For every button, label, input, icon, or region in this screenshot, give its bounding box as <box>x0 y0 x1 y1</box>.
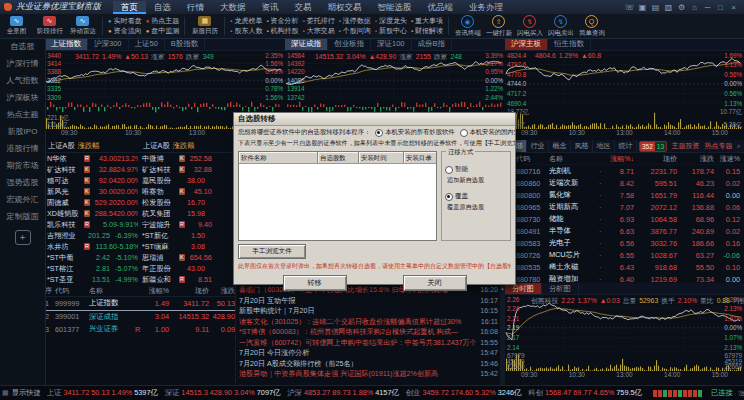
table-row[interactable]: 3601377兴业证券R1.009.110.09 <box>45 323 235 336</box>
table-row[interactable]: 1999999上证指数1.493411.7250.13 <box>45 297 235 311</box>
sidebar-item-强势选股[interactable]: 强势选股 <box>0 174 45 191</box>
tab-B股指数[interactable]: B股指数 <box>165 38 206 50</box>
news-item[interactable]: 一汽富维（600742）可转债网上申购中签结果出炉：中签号共381.2437万个… <box>237 338 505 349</box>
list-item[interactable]: 吉翔澄业201.25-6.39% <box>45 230 140 241</box>
table-row[interactable]: 1880716光刻机·8.712231.70178.740.15 <box>505 165 744 177</box>
toolbar-button-闪电卖出[interactable]: ↯闪电卖出 <box>545 15 576 38</box>
col-header[interactable]: 名称 <box>89 286 135 296</box>
toolbar-button-深度龙头[interactable]: ▪深度龙头 <box>375 16 407 26</box>
table-row[interactable]: 2880860近端次新·8.42595.5146.230.02 <box>505 177 744 189</box>
sidebar-item-自选股[interactable]: 自选股 <box>0 38 45 55</box>
status-index-深证[interactable]: 深证14515.3428.903.04%7097亿 <box>165 388 283 398</box>
nav-item-大数据[interactable]: 大数据 <box>212 1 254 14</box>
list-item[interactable]: N华依R43.00213.2% <box>45 153 140 164</box>
dialog-col-软件名称[interactable]: 软件名称 <box>239 152 318 163</box>
col-header[interactable]: 序 <box>45 286 55 296</box>
dialog-col-自选股数[interactable]: 自选股数 <box>318 152 359 163</box>
sidebar-item-定制版面[interactable]: 定制版面 <box>0 208 45 225</box>
minimize-icon[interactable]: ─ <box>701 3 714 12</box>
tab-沪深主板[interactable]: 沪深主板 <box>505 38 548 50</box>
nav-item-自选[interactable]: 自选 <box>146 1 179 14</box>
close-dialog-button[interactable]: 关闭 <box>403 275 467 291</box>
list-item[interactable]: 凯乐科技R5.09-9.91% <box>45 219 140 230</box>
multiscreen-icon[interactable]: ▧ <box>662 3 675 12</box>
sidebar-item-港股行情[interactable]: 港股行情 <box>0 140 45 157</box>
toolbar-button-龙虎榜单[interactable]: ▪龙虎榜单 <box>230 16 262 26</box>
sidebar-item-沪深板块[interactable]: 沪深板块 <box>0 89 45 106</box>
tab-分析图[interactable]: 分析图 <box>542 283 579 294</box>
toolbar-button-盘中监测[interactable]: ●盘中监测 <box>146 26 180 36</box>
col-header[interactable]: 代码 <box>55 286 89 296</box>
toolbar-button-涨停数据[interactable]: ▪涨停数据 <box>339 16 371 26</box>
table-row[interactable]: 3880800氮化镓·7.581651.79116.440.00 <box>505 189 744 201</box>
radio-known-label[interactable]: 本机安装的国内知名炒股软件 <box>470 128 516 137</box>
col-header[interactable]: 现价 <box>634 154 677 164</box>
search-icon[interactable]: ⌕ <box>737 142 741 150</box>
sidebar-item-人气指数[interactable]: 人气指数 <box>0 72 45 89</box>
link-主题投资[interactable]: 主题投资 <box>672 141 700 151</box>
toolbar-button-阶段排行[interactable]: ∿阶段排行 <box>33 16 66 36</box>
list-item[interactable]: 思瑞浦K654.56 <box>140 252 235 263</box>
list-item[interactable]: 矿达科技K32.88 <box>140 164 235 175</box>
tab-创业板指[interactable]: 创业板指 <box>328 38 371 50</box>
toolbar-button-资金流向[interactable]: ●资金流向 <box>108 26 142 36</box>
settings-icon[interactable]: ⚙ <box>675 3 688 12</box>
sidebar-item-期货市场[interactable]: 期货市场 <box>0 157 45 174</box>
tab-成份B指[interactable]: 成份B指 <box>412 38 453 50</box>
radio-all-label[interactable]: 本机安装的所有炒股软件 <box>385 128 454 137</box>
radio-smart[interactable] <box>445 166 453 174</box>
tab-恒生指数[interactable]: 恒生指数 <box>548 38 591 50</box>
news-item[interactable]: *ST博信（600083）：杭州首信网络科技采购2台模块式起重机 构成—16:0… <box>237 327 505 338</box>
tab-深证成指[interactable]: 深证成指 <box>285 38 328 50</box>
table-row[interactable]: 7880583光电子·6.563032.76186.660.16 <box>505 237 744 249</box>
table-row[interactable]: 8880726MCU芯片·6.551028.6763.27-0.06 <box>505 249 744 261</box>
tab-行业[interactable]: 行业 <box>527 140 549 152</box>
toolbar-button-一键打新[interactable]: ⇧一键打新 <box>483 15 514 38</box>
status-index-沪深[interactable]: 沪深4853.2789.731.88%4157亿 <box>287 388 400 398</box>
radio-all-software[interactable] <box>375 129 383 137</box>
toolbar-button-异动雷达[interactable]: ∿异动雷达 <box>66 16 99 36</box>
status-index-科创[interactable]: 科创1568.4769.774.65%759.5亿 <box>528 388 644 398</box>
col-header[interactable]: 现价 <box>169 286 209 296</box>
list-item[interactable]: 固德威K529.2020.00% <box>45 197 140 208</box>
list-item[interactable]: *ST中葡2.42-5.10% <box>45 252 140 263</box>
toolbar-button-全景图[interactable]: ∿全景图 <box>0 16 33 36</box>
toolbar-button-新股中心[interactable]: ▪新股中心 <box>375 26 407 36</box>
maximize-icon[interactable]: □ <box>714 3 727 12</box>
list-item[interactable]: *ST缅麻3.08 <box>140 241 235 252</box>
nav-item-业务办理[interactable]: 业务办理 <box>461 1 511 14</box>
tab-上证指数[interactable]: 上证指数 <box>45 38 88 50</box>
nav-item-行情[interactable]: 行情 <box>179 1 212 14</box>
tab-地区[interactable]: 地区 <box>593 140 615 152</box>
phone-icon[interactable]: ☏ <box>623 3 636 12</box>
news-item[interactable]: 读客文化（301025）：连续二个交易日收盘价涨幅偏离值累计超过30%16:11 <box>237 317 505 328</box>
list-item[interactable]: 年正股份43.00 <box>140 263 235 274</box>
col-header[interactable]: 涨幅% <box>143 286 169 296</box>
tab-上证50[interactable]: 上证50 <box>129 38 165 50</box>
option-smart[interactable]: 智能 <box>445 165 507 174</box>
toolbar-button-实时看盘[interactable]: ●实时看盘 <box>108 16 142 26</box>
list-item[interactable]: 宁波能升R9.40 <box>140 219 235 230</box>
col-header[interactable]: 涨速% <box>714 154 740 164</box>
table-row[interactable]: 10880780融资增加·6.401219.6973.340.00 <box>505 273 744 283</box>
status-index-创业[interactable]: 创业3459.72174.605.32%3246亿 <box>406 388 524 398</box>
list-item[interactable]: 新风光K30.0020.00% <box>45 186 140 197</box>
dialog-col-安装目录[interactable]: 安装目录 <box>404 152 437 163</box>
toolbar-button-重大事项[interactable]: ▪重大事项 <box>411 16 443 26</box>
stock-intraday-chart[interactable]: 创惠科技2.221.37%▲0.03总量52963换手2.10%量比0.88均价… <box>505 295 744 371</box>
col-header[interactable]: 涨幅%↓ <box>605 154 634 164</box>
list-item[interactable]: *ST新亿1.50 <box>140 230 235 241</box>
news-item[interactable]: 新股申购统计｜7月20日16:15 <box>237 306 505 317</box>
col-header[interactable]: 涨跌 <box>677 154 714 164</box>
table-row[interactable]: 4880965近期新高·7.072072.12136.880.06 <box>505 201 744 213</box>
transfer-button[interactable]: 转移 <box>283 275 347 291</box>
news-item[interactable]: 7月20日 互动午报16:17 <box>237 296 505 307</box>
tab-概念[interactable]: 概念 <box>549 140 571 152</box>
news-item[interactable]: 7月20日 今日涨停分析15:47 <box>237 348 505 359</box>
radio-known-software[interactable] <box>460 129 468 137</box>
sidebar-item-宏观外汇[interactable]: 宏观外汇 <box>0 191 45 208</box>
tab-风格[interactable]: 风格 <box>571 140 593 152</box>
list-item[interactable]: 松发股份16.70 <box>140 197 235 208</box>
add-board-button[interactable]: ＋ <box>15 230 31 245</box>
toolbar-button-热点主题[interactable]: ●热点主题 <box>146 16 180 26</box>
